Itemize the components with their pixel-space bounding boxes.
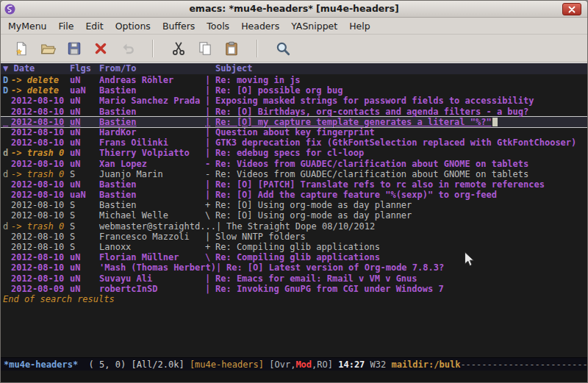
column-header-flags[interactable]: Flgs	[70, 63, 99, 74]
message-subject: Question about key fingerprint	[215, 127, 587, 137]
cut-button[interactable]	[165, 37, 192, 60]
save-buffer-icon	[66, 40, 82, 57]
close-buffer-icon	[93, 40, 109, 57]
message-from: Michael Welle	[99, 210, 205, 221]
close-button[interactable]	[562, 3, 581, 15]
modeline-segment-8: W32	[370, 359, 392, 370]
thread-indicator: |	[205, 284, 215, 294]
column-header-from[interactable]: From/To	[99, 63, 205, 74]
message-subject: Re: Compiling glib applications	[215, 252, 587, 262]
message-flags: uN	[70, 117, 99, 127]
message-row[interactable]: 2012-08-10uNSuvayu Ali|Re: Emacs for ema…	[1, 273, 587, 284]
emacs-frame: ▼ Date Flgs From/To Subject D-> deleteuN…	[1, 62, 587, 382]
menu-file[interactable]: File	[53, 19, 80, 33]
message-row[interactable]: 2012-08-10SLanoxx+Re: Compiling glib app…	[1, 242, 587, 252]
message-row[interactable]: 2012-08-10uN'Mash (Thomas Herbert)|Re: […	[1, 262, 587, 273]
thread-indicator: \	[205, 252, 215, 262]
open-file-button[interactable]	[35, 37, 61, 60]
thread-indicator: |	[205, 137, 215, 148]
menu-bar: MyMenuFileEditOptionsBuffersToolsHeaders…	[1, 18, 587, 35]
message-date: 2012-08-10	[11, 179, 70, 190]
menu-buffers[interactable]: Buffers	[157, 19, 201, 33]
message-row[interactable]: D-> deleteuaNBastien|Re: [O] possible or…	[1, 85, 587, 96]
search-button[interactable]	[270, 37, 296, 60]
message-flags: uN	[70, 179, 99, 190]
message-flags: S	[70, 242, 99, 252]
thread-indicator: |	[216, 262, 226, 273]
close-buffer-button[interactable]	[87, 37, 114, 60]
thread-indicator: -	[205, 159, 215, 169]
message-row[interactable]: d-> trash 0Swebmaster@straightd...|The S…	[1, 221, 587, 232]
cut-icon	[171, 40, 187, 57]
modeline-segment-0: *mu4e-headers*	[4, 359, 78, 370]
column-header-subject[interactable]: Subject	[215, 63, 587, 74]
menu-tools[interactable]: Tools	[201, 19, 235, 33]
thread-indicator: |	[205, 96, 215, 106]
message-flags: S	[70, 232, 99, 242]
new-file-button[interactable]	[8, 37, 35, 60]
open-file-icon	[40, 40, 56, 57]
message-date: 2012-08-10	[11, 137, 70, 148]
modeline-segment-1: ( 5, 0)	[78, 359, 131, 370]
menu-edit[interactable]: Edit	[79, 19, 109, 33]
message-row[interactable]: 2012-08-09uNrobertcInSD|Re: Invoking Gnu…	[1, 284, 587, 294]
message-date: 2012-08-10	[11, 232, 70, 242]
copy-button[interactable]	[192, 37, 218, 60]
menu-help[interactable]: Help	[343, 19, 376, 33]
message-row[interactable]: 2012-08-10SBastien+Re: [O] Using org-mod…	[1, 200, 587, 210]
thread-indicator: \	[205, 210, 215, 221]
header-line: ▼ Date Flgs From/To Subject	[1, 63, 587, 74]
toolbar	[1, 35, 587, 62]
copy-icon	[197, 40, 213, 57]
message-row[interactable]: 2012-08-10uNMario Sanchez Prada|Exposing…	[1, 96, 587, 106]
message-row[interactable]: 2012-08-10uNHardKor|Question about key f…	[1, 127, 587, 137]
menu-yasnippet[interactable]: YASnippet	[285, 19, 343, 33]
column-header-date[interactable]: ▼ Date	[3, 63, 70, 74]
message-row[interactable]: 2012-08-10uaNBastien|Re: [O] Add the cap…	[1, 190, 587, 200]
message-row[interactable]: 2012-08-10SMichael Welle\Re: [O] Using o…	[1, 210, 587, 221]
message-row[interactable]: 2012-08-10uNXan Lopez-Re: Videos from GU…	[1, 159, 587, 169]
message-row[interactable]: 2012-08-10uNFlorian Müllner\Re: Compilin…	[1, 252, 587, 262]
message-mark	[3, 190, 11, 200]
message-flags: uaN	[70, 85, 99, 96]
message-flags: uN	[70, 75, 99, 85]
message-row[interactable]: 2012-08-10uNBastien|Re: [O] Birthdays, o…	[1, 107, 587, 117]
echo-area[interactable]	[1, 371, 587, 382]
message-row[interactable]: 2012-08-10SFrancesco Mazzoli|Slow NNTP f…	[1, 232, 587, 242]
message-mark	[3, 107, 11, 117]
message-from: Bastien	[99, 190, 205, 200]
thread-indicator: |	[205, 179, 215, 190]
message-subject: GTK3 deprecation fix (GtkFontSelection r…	[215, 137, 587, 148]
message-row[interactable]: d-> trash 0uNThierry Volpiatto|Re: edebu…	[1, 148, 587, 158]
message-subject: Re: [O] Add the capture feature "%(sexp)…	[215, 190, 587, 200]
message-date: 2012-08-10	[11, 96, 70, 106]
message-from: Bastien	[99, 107, 205, 117]
emacs-app-icon	[4, 4, 15, 15]
message-flags: uN	[70, 262, 99, 273]
message-flags: S	[70, 200, 99, 210]
message-date: -> trash 0	[11, 221, 70, 232]
message-mark	[3, 232, 11, 242]
menu-mymenu[interactable]: MyMenu	[2, 19, 53, 33]
message-subject: Re: [O] Using org-mode as day planner	[215, 200, 587, 210]
message-list: D-> deleteuNAndreas Röhler|Re: moving in…	[1, 74, 587, 357]
message-row[interactable]: D-> deleteuNAndreas Röhler|Re: moving in…	[1, 75, 587, 85]
message-row[interactable]: 2012-08-10uNFrans Oilinki|GTK3 deprecati…	[1, 137, 587, 148]
message-flags: S	[70, 210, 99, 221]
message-date: 2012-08-10	[11, 127, 70, 137]
menu-options[interactable]: Options	[110, 19, 157, 33]
message-mark: d	[3, 169, 11, 179]
save-buffer-button[interactable]	[61, 37, 87, 60]
message-row[interactable]: 2012-08-10uNBastien|Re: [O] my capture t…	[1, 117, 587, 127]
message-subject: Re: [O] Using org-mode as day planner	[215, 210, 587, 221]
paste-button[interactable]	[218, 37, 245, 60]
message-row[interactable]: 2012-08-10uNBastien|Re: [O] [PATCH] Tran…	[1, 179, 587, 190]
message-flags: S	[70, 169, 99, 179]
modeline-segment-9: maildir:/bulk	[391, 359, 460, 370]
message-subject: The Straight Dope 08/10/2012	[226, 221, 587, 232]
message-row[interactable]: d-> trash 0SJuanjo Marin-Re: Videos from…	[1, 169, 587, 179]
message-flags: uN	[70, 137, 99, 148]
message-mark	[3, 96, 11, 106]
message-from: Francesco Mazzoli	[99, 232, 205, 242]
menu-headers[interactable]: Headers	[235, 19, 285, 33]
